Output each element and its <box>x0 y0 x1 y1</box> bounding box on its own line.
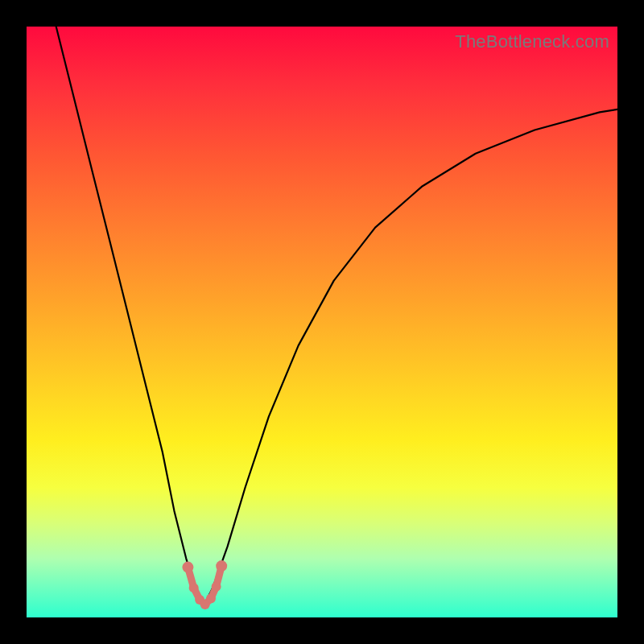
bottleneck-curve <box>56 27 617 605</box>
marker-point <box>216 560 227 572</box>
marker-group <box>182 560 227 609</box>
marker-point <box>189 583 199 592</box>
chart-frame: TheBottleneck.com <box>0 0 644 644</box>
chart-svg <box>27 27 617 617</box>
marker-point <box>206 594 216 604</box>
marker-point <box>182 562 193 573</box>
plot-area: TheBottleneck.com <box>27 27 617 617</box>
marker-point <box>212 582 221 592</box>
